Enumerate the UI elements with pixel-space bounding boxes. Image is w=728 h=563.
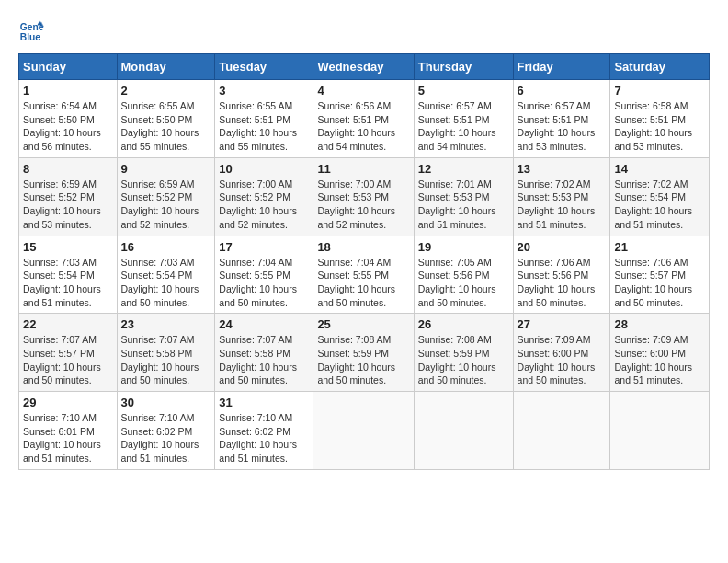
day-number: 7 [614, 84, 705, 98]
day-cell: 6 Sunrise: 6:57 AM Sunset: 5:51 PM Dayli… [513, 80, 610, 158]
day-cell: 4 Sunrise: 6:56 AM Sunset: 5:51 PM Dayli… [313, 80, 414, 158]
day-cell: 23 Sunrise: 7:07 AM Sunset: 5:58 PM Dayl… [117, 314, 215, 392]
day-info: Sunrise: 7:10 AM Sunset: 6:01 PM Dayligh… [23, 411, 113, 465]
logo: General Blue [18, 18, 48, 44]
day-info: Sunrise: 7:01 AM Sunset: 5:53 PM Dayligh… [418, 178, 509, 232]
day-cell: 16 Sunrise: 7:03 AM Sunset: 5:54 PM Dayl… [117, 236, 215, 314]
week-row-5: 29 Sunrise: 7:10 AM Sunset: 6:01 PM Dayl… [19, 392, 710, 470]
day-cell: 31 Sunrise: 7:10 AM Sunset: 6:02 PM Dayl… [215, 392, 313, 470]
column-header-friday: Friday [513, 54, 610, 80]
day-number: 15 [23, 240, 113, 254]
day-cell: 28 Sunrise: 7:09 AM Sunset: 6:00 PM Dayl… [610, 314, 710, 392]
day-number: 27 [518, 317, 607, 331]
svg-text:Blue: Blue [20, 32, 41, 42]
day-cell: 25 Sunrise: 7:08 AM Sunset: 5:59 PM Dayl… [313, 314, 414, 392]
day-number: 19 [418, 240, 509, 254]
day-info: Sunrise: 7:08 AM Sunset: 5:59 PM Dayligh… [317, 333, 409, 387]
day-cell: 3 Sunrise: 6:55 AM Sunset: 5:51 PM Dayli… [215, 80, 313, 158]
day-cell: 15 Sunrise: 7:03 AM Sunset: 5:54 PM Dayl… [19, 236, 118, 314]
day-cell: 20 Sunrise: 7:06 AM Sunset: 5:56 PM Dayl… [513, 236, 610, 314]
day-cell: 18 Sunrise: 7:04 AM Sunset: 5:55 PM Dayl… [313, 236, 414, 314]
day-info: Sunrise: 7:09 AM Sunset: 6:00 PM Dayligh… [614, 333, 705, 387]
day-cell: 14 Sunrise: 7:02 AM Sunset: 5:54 PM Dayl… [610, 157, 710, 236]
calendar-table: SundayMondayTuesdayWednesdayThursdayFrid… [18, 53, 710, 470]
day-info: Sunrise: 7:06 AM Sunset: 5:57 PM Dayligh… [614, 256, 705, 310]
day-cell: 11 Sunrise: 7:00 AM Sunset: 5:53 PM Dayl… [313, 157, 414, 236]
day-number: 23 [121, 317, 211, 331]
day-info: Sunrise: 7:00 AM Sunset: 5:53 PM Dayligh… [317, 178, 409, 232]
day-number: 29 [23, 396, 113, 409]
day-info: Sunrise: 7:10 AM Sunset: 6:02 PM Dayligh… [219, 411, 309, 465]
day-number: 1 [23, 84, 113, 98]
day-number: 2 [121, 84, 211, 98]
day-number: 12 [418, 162, 509, 176]
day-cell: 2 Sunrise: 6:55 AM Sunset: 5:50 PM Dayli… [117, 80, 215, 158]
day-cell: 21 Sunrise: 7:06 AM Sunset: 5:57 PM Dayl… [610, 236, 710, 314]
day-cell [610, 392, 710, 470]
day-info: Sunrise: 7:07 AM Sunset: 5:57 PM Dayligh… [23, 333, 113, 387]
day-number: 20 [518, 240, 607, 254]
day-cell: 10 Sunrise: 7:00 AM Sunset: 5:52 PM Dayl… [215, 157, 313, 236]
day-number: 16 [121, 240, 211, 254]
day-cell: 30 Sunrise: 7:10 AM Sunset: 6:02 PM Dayl… [117, 392, 215, 470]
day-cell: 7 Sunrise: 6:58 AM Sunset: 5:51 PM Dayli… [610, 80, 710, 158]
week-row-3: 15 Sunrise: 7:03 AM Sunset: 5:54 PM Dayl… [19, 236, 710, 314]
day-info: Sunrise: 7:04 AM Sunset: 5:55 PM Dayligh… [317, 256, 409, 310]
day-number: 26 [418, 317, 509, 331]
day-cell: 1 Sunrise: 6:54 AM Sunset: 5:50 PM Dayli… [19, 80, 118, 158]
column-header-monday: Monday [117, 54, 215, 80]
day-info: Sunrise: 6:59 AM Sunset: 5:52 PM Dayligh… [121, 178, 211, 232]
day-info: Sunrise: 7:09 AM Sunset: 6:00 PM Dayligh… [518, 333, 607, 387]
day-info: Sunrise: 7:05 AM Sunset: 5:56 PM Dayligh… [418, 256, 509, 310]
day-info: Sunrise: 6:57 AM Sunset: 5:51 PM Dayligh… [518, 99, 607, 154]
day-cell: 9 Sunrise: 6:59 AM Sunset: 5:52 PM Dayli… [117, 157, 215, 236]
day-cell [414, 392, 513, 470]
day-info: Sunrise: 7:06 AM Sunset: 5:56 PM Dayligh… [518, 256, 607, 310]
column-header-tuesday: Tuesday [215, 54, 313, 80]
day-info: Sunrise: 6:54 AM Sunset: 5:50 PM Dayligh… [23, 99, 113, 154]
day-number: 21 [614, 240, 705, 254]
day-info: Sunrise: 7:07 AM Sunset: 5:58 PM Dayligh… [219, 333, 309, 387]
column-header-saturday: Saturday [610, 54, 710, 80]
day-number: 6 [518, 84, 607, 98]
day-info: Sunrise: 7:00 AM Sunset: 5:52 PM Dayligh… [219, 178, 309, 232]
day-cell: 12 Sunrise: 7:01 AM Sunset: 5:53 PM Dayl… [414, 157, 513, 236]
day-info: Sunrise: 6:59 AM Sunset: 5:52 PM Dayligh… [23, 178, 113, 232]
column-header-sunday: Sunday [19, 54, 118, 80]
logo-icon: General Blue [18, 18, 44, 44]
page-header: General Blue [18, 18, 710, 44]
day-info: Sunrise: 7:07 AM Sunset: 5:58 PM Dayligh… [121, 333, 211, 387]
column-header-thursday: Thursday [414, 54, 513, 80]
day-info: Sunrise: 7:03 AM Sunset: 5:54 PM Dayligh… [23, 256, 113, 310]
day-number: 8 [23, 162, 113, 176]
day-cell: 5 Sunrise: 6:57 AM Sunset: 5:51 PM Dayli… [414, 80, 513, 158]
day-number: 22 [23, 317, 113, 331]
day-info: Sunrise: 6:58 AM Sunset: 5:51 PM Dayligh… [614, 99, 705, 154]
day-cell: 24 Sunrise: 7:07 AM Sunset: 5:58 PM Dayl… [215, 314, 313, 392]
day-cell: 17 Sunrise: 7:04 AM Sunset: 5:55 PM Dayl… [215, 236, 313, 314]
day-cell: 8 Sunrise: 6:59 AM Sunset: 5:52 PM Dayli… [19, 157, 118, 236]
day-number: 5 [418, 84, 509, 98]
day-number: 30 [121, 396, 211, 409]
day-number: 24 [219, 317, 309, 331]
day-cell: 26 Sunrise: 7:08 AM Sunset: 5:59 PM Dayl… [414, 314, 513, 392]
header-row: SundayMondayTuesdayWednesdayThursdayFrid… [19, 54, 710, 80]
day-info: Sunrise: 6:55 AM Sunset: 5:51 PM Dayligh… [219, 99, 309, 154]
day-number: 17 [219, 240, 309, 254]
day-number: 4 [317, 84, 409, 98]
day-cell [313, 392, 414, 470]
day-info: Sunrise: 7:02 AM Sunset: 5:53 PM Dayligh… [518, 178, 607, 232]
week-row-4: 22 Sunrise: 7:07 AM Sunset: 5:57 PM Dayl… [19, 314, 710, 392]
week-row-1: 1 Sunrise: 6:54 AM Sunset: 5:50 PM Dayli… [19, 80, 710, 158]
day-cell: 22 Sunrise: 7:07 AM Sunset: 5:57 PM Dayl… [19, 314, 118, 392]
day-number: 13 [518, 162, 607, 176]
day-info: Sunrise: 7:03 AM Sunset: 5:54 PM Dayligh… [121, 256, 211, 310]
day-cell [513, 392, 610, 470]
day-number: 25 [317, 317, 409, 331]
day-number: 18 [317, 240, 409, 254]
day-info: Sunrise: 7:02 AM Sunset: 5:54 PM Dayligh… [614, 178, 705, 232]
day-cell: 29 Sunrise: 7:10 AM Sunset: 6:01 PM Dayl… [19, 392, 118, 470]
day-cell: 19 Sunrise: 7:05 AM Sunset: 5:56 PM Dayl… [414, 236, 513, 314]
day-info: Sunrise: 6:55 AM Sunset: 5:50 PM Dayligh… [121, 99, 211, 154]
day-cell: 27 Sunrise: 7:09 AM Sunset: 6:00 PM Dayl… [513, 314, 610, 392]
